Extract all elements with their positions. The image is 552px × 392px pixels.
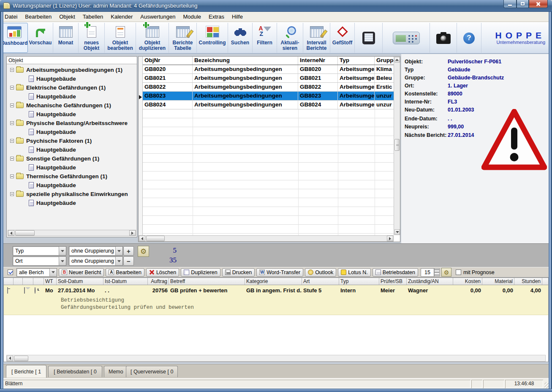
aktualisieren-button[interactable]: Aktuali-sieren — [277, 23, 303, 53]
collapse-icon[interactable] — [10, 103, 14, 107]
menu-objekt[interactable]: Objekt — [55, 12, 79, 21]
report-row[interactable]: Mo 27.01.2014 Mo . . 20756 GB prüfen + b… — [4, 285, 548, 295]
collapse-icon[interactable] — [10, 157, 14, 161]
intervall-berichte-button[interactable]: IntervallBerichte — [303, 23, 330, 53]
interval-value-input[interactable]: 15 — [421, 268, 434, 277]
spin-up-button[interactable] — [434, 268, 440, 272]
keypad-device-button[interactable] — [383, 23, 430, 53]
drucken-button[interactable]: Drucken — [222, 268, 255, 277]
outlook-button[interactable]: Outlook — [305, 268, 336, 277]
loeschen-button[interactable]: Löschen — [146, 268, 179, 277]
duplizieren-button[interactable]: Duplizieren — [181, 268, 220, 277]
maximize-button[interactable] — [517, 0, 529, 8]
column-art[interactable]: Art — [302, 278, 339, 285]
bearbeiten-button[interactable]: ABearbeiten — [106, 268, 144, 277]
column-pruefer[interactable]: Prüfer/SB — [379, 278, 407, 285]
menu-auswertungen[interactable]: Auswertungen — [136, 12, 179, 21]
tree-category[interactable]: Psychische Faktoren (1) — [7, 136, 137, 145]
interval-spinner[interactable] — [434, 268, 440, 277]
help-button[interactable]: ? — [457, 23, 481, 53]
scroll-right-arrow[interactable] — [387, 236, 393, 241]
tree-child[interactable]: Hauptgebäude — [7, 163, 137, 172]
column-typ[interactable]: Typ — [339, 278, 379, 285]
betriebsdaten-button[interactable]: Betriebsdaten — [373, 268, 418, 277]
dashboard-button[interactable]: Dashboard — [1, 23, 28, 53]
report-filter-select[interactable]: alle Berich — [16, 268, 57, 277]
table-row-selected[interactable]: GB8023 Arbeitsumgebungsbedingungen GB802… — [143, 92, 394, 101]
tree-child[interactable]: Hauptgebäude — [7, 128, 137, 136]
table-row[interactable]: GB8024 Arbeitsumgebungsbedingungen GB802… — [143, 101, 394, 109]
group-field-2-select[interactable]: Ort — [13, 256, 66, 266]
column-gruppe[interactable]: Gruppe — [375, 57, 394, 65]
column-stunden[interactable]: Stunden — [514, 278, 542, 285]
collapse-icon[interactable] — [10, 86, 14, 90]
tree-child[interactable]: Hauptgebäude — [7, 145, 137, 154]
tree-child[interactable]: Hauptgebäude — [7, 74, 137, 83]
scroll-left-arrow[interactable] — [7, 356, 13, 361]
remove-grouping-button[interactable]: − — [123, 256, 134, 266]
group-field-1-select[interactable]: Typ — [13, 246, 66, 256]
close-button[interactable] — [529, 0, 548, 8]
dropdown-button[interactable] — [59, 247, 66, 255]
collapse-icon[interactable] — [10, 68, 14, 72]
column-zustaendig[interactable]: Zuständig/AN — [407, 278, 453, 285]
tree-category[interactable]: Elektrische Gefährdungen (1) — [7, 83, 137, 92]
machine-gears-icon[interactable]: ⚙ — [138, 246, 149, 257]
column-auftrag[interactable]: Auftrag — [148, 278, 169, 285]
column-ist-datum[interactable]: Ist-Datum — [103, 278, 148, 285]
objekt-duplizieren-button[interactable]: Objektduplizieren — [136, 23, 169, 53]
spin-down-button[interactable] — [434, 272, 440, 277]
report-filter-checkbox[interactable] — [8, 270, 13, 275]
table-row[interactable]: GB8021 Arbeitsumgebungsbedingungen GB802… — [143, 74, 394, 83]
column-kosten[interactable]: Kosten — [453, 278, 482, 285]
tree-category[interactable]: Physische Belastung/Arbeitsschwere — [7, 119, 137, 128]
minimize-button[interactable] — [503, 0, 517, 8]
tree-category[interactable]: Sonstige Gefährdungen (1) — [7, 154, 137, 163]
tab-memo[interactable]: Memo — [104, 366, 128, 377]
neuer-bericht-button[interactable]: BNeuer Bericht — [59, 268, 104, 277]
smartphone-button[interactable] — [355, 23, 383, 53]
tab-betriebsdaten[interactable]: [ Betriebsdaten [ 0 — [48, 366, 102, 377]
scroll-right-arrow[interactable] — [129, 230, 136, 236]
collapse-cell[interactable] — [4, 287, 14, 294]
table-row[interactable]: GB8020 Arbeitsumgebungsbedingungen GB802… — [143, 65, 394, 74]
dropdown-button[interactable] — [115, 247, 122, 255]
scrollbar-thumb[interactable] — [146, 236, 165, 241]
lotus-notes-button[interactable]: Lotus N. — [338, 268, 371, 277]
table-vertical-scrollbar[interactable] — [394, 57, 400, 235]
camera-button[interactable] — [430, 23, 457, 53]
scrollbar-thumb[interactable] — [394, 139, 400, 151]
collapse-icon[interactable] — [10, 192, 14, 196]
controlling-button[interactable]: Controlling — [197, 23, 228, 53]
column-internenr[interactable]: InterneNr — [298, 57, 338, 65]
menu-extras[interactable]: Extras — [205, 12, 228, 21]
column-material[interactable]: Material — [482, 278, 514, 285]
objekt-bearbeiten-button[interactable]: Objektbearbeiten — [105, 23, 136, 53]
tree-category[interactable]: Arbeitsumgebungsbedingungen (1) — [7, 65, 137, 74]
word-transfer-button[interactable]: WWord-Transfer — [256, 268, 303, 277]
dropdown-button[interactable] — [115, 257, 122, 265]
tree-category[interactable]: spezielle physikalische Einwirkungen — [7, 190, 137, 199]
scroll-left-arrow[interactable] — [139, 236, 145, 241]
scroll-left-arrow[interactable] — [8, 230, 14, 236]
grouping-mode-1-select[interactable]: ohne Gruppierung — [69, 246, 123, 256]
menu-module[interactable]: Module — [179, 12, 205, 21]
menu-datei[interactable]: Datei — [1, 12, 21, 21]
neues-objekt-button[interactable]: neuesObjekt — [79, 23, 105, 53]
tree-child[interactable]: Hauptgebäude — [7, 181, 137, 190]
scroll-down-arrow[interactable] — [394, 229, 400, 235]
tree-category[interactable]: Mechanische Gefährdungen (1) — [7, 101, 137, 110]
menu-hilfe[interactable]: Hilfe — [228, 12, 247, 21]
column-bezeichnung[interactable]: Bezeichnung — [193, 57, 298, 65]
report-horizontal-scrollbar[interactable] — [6, 355, 546, 362]
filtern-button[interactable]: AZ Filtern — [253, 23, 277, 53]
vorschau-button[interactable]: Vorschau — [28, 23, 53, 53]
table-row[interactable]: GB8022 Arbeitsumgebungsbedingungen GB802… — [143, 83, 394, 92]
menu-tabellen[interactable]: Tabellen — [79, 12, 107, 21]
collapse-icon[interactable] — [10, 139, 14, 143]
dropdown-button[interactable] — [49, 269, 57, 276]
column-betreff[interactable]: Betreff — [169, 278, 245, 285]
scroll-up-arrow[interactable] — [394, 57, 400, 63]
berichte-tabelle-button[interactable]: BerichteTabelle — [169, 23, 197, 53]
column-typ[interactable]: Typ — [338, 57, 375, 65]
